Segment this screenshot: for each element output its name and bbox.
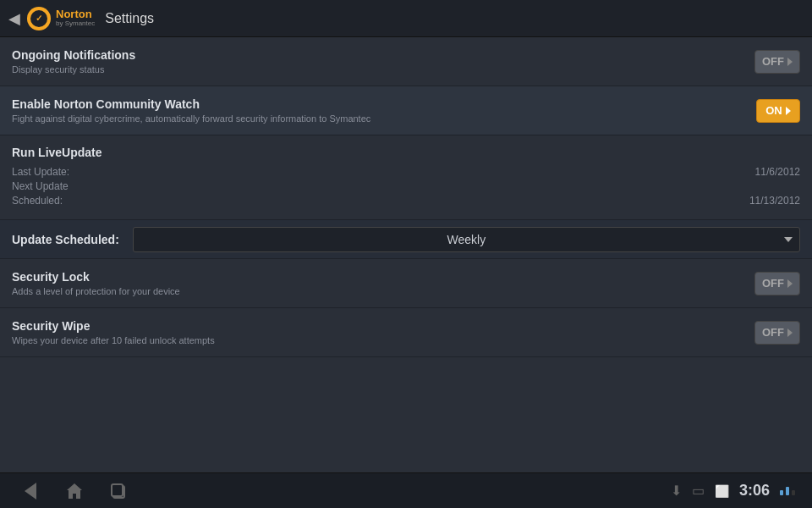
settings-content: Ongoing Notifications Display security s… [0,37,812,472]
svg-marker-0 [67,483,82,499]
norton-community-watch-row[interactable]: Enable Norton Community Watch Fight agai… [0,86,812,135]
last-update-value: 11/6/2012 [755,166,800,178]
next-update-row: Next Update [12,180,800,192]
norton-community-watch-desc: Fight against digital cybercrime, automa… [12,113,756,124]
signal-icon [780,487,795,495]
status-time: 3:06 [739,482,770,500]
download-icon: ⬇ [671,483,682,499]
screen-icon: ⬜ [715,484,729,498]
page-title: Settings [105,11,154,26]
liveupdate-title: Run LiveUpdate [12,146,800,159]
update-scheduled-label: Update Scheduled: [12,233,119,246]
security-wipe-toggle[interactable]: OFF [754,321,800,345]
next-update-label: Next Update [12,180,69,192]
back-nav-icon [25,483,36,500]
status-indicators: ⬇ ▭ ⬜ 3:06 [671,482,795,500]
logo-inner: ✓ [30,10,47,27]
ongoing-notifications-row[interactable]: Ongoing Notifications Display security s… [0,37,812,86]
last-update-label: Last Update: [12,166,69,178]
dropdown-arrow-icon [784,237,793,242]
security-wipe-text: Security Wipe Wipes your device after 10… [12,319,754,345]
ongoing-notifications-text: Ongoing Notifications Display security s… [12,48,754,75]
security-lock-text: Security Lock Adds a level of protection… [12,270,754,296]
ongoing-notifications-toggle[interactable]: OFF [754,50,800,74]
back-nav-button[interactable] [17,481,44,501]
scheduled-row: Scheduled: 11/13/2012 [12,195,800,207]
tablet-icon: ▭ [692,483,705,499]
norton-community-watch-toggle[interactable]: ON [756,99,800,123]
update-scheduled-value: Weekly [447,233,486,246]
security-wipe-row[interactable]: Security Wipe Wipes your device after 10… [0,308,812,357]
security-wipe-title: Security Wipe [12,319,754,333]
liveupdate-section[interactable]: Run LiveUpdate Last Update: 11/6/2012 Ne… [0,135,812,220]
norton-community-watch-text: Enable Norton Community Watch Fight agai… [12,97,756,124]
norton-logo: ✓ Norton by Symantec [27,7,95,30]
status-bar: ⬇ ▭ ⬜ 3:06 [0,472,812,508]
svg-rect-2 [112,484,123,496]
checkmark-icon: ✓ [36,14,42,23]
ongoing-notifications-desc: Display security status [12,64,754,75]
security-wipe-desc: Wipes your device after 10 failed unlock… [12,335,754,345]
scheduled-value: 11/13/2012 [749,195,800,207]
norton-tagline: by Symantec [56,19,95,28]
update-scheduled-row[interactable]: Update Scheduled: Weekly [0,220,812,259]
home-nav-button[interactable] [61,481,88,501]
back-button[interactable]: ◀ [8,9,20,28]
norton-text: Norton by Symantec [56,8,95,28]
security-lock-toggle[interactable]: OFF [754,272,800,295]
security-lock-desc: Adds a level of protection for your devi… [12,286,754,296]
last-update-row: Last Update: 11/6/2012 [12,166,800,178]
nav-buttons [17,481,132,501]
app-header: ◀ ✓ Norton by Symantec Settings [0,0,812,37]
recent-apps-icon [109,482,128,500]
ongoing-notifications-title: Ongoing Notifications [12,48,754,62]
security-lock-title: Security Lock [12,270,754,284]
scheduled-label: Scheduled: [12,195,63,207]
update-scheduled-dropdown[interactable]: Weekly [133,227,800,252]
norton-name: Norton [56,8,95,19]
recent-nav-button[interactable] [105,481,132,501]
security-lock-row[interactable]: Security Lock Adds a level of protection… [0,259,812,308]
norton-community-watch-title: Enable Norton Community Watch [12,97,756,111]
logo-circle: ✓ [27,7,51,30]
home-icon [65,482,84,500]
